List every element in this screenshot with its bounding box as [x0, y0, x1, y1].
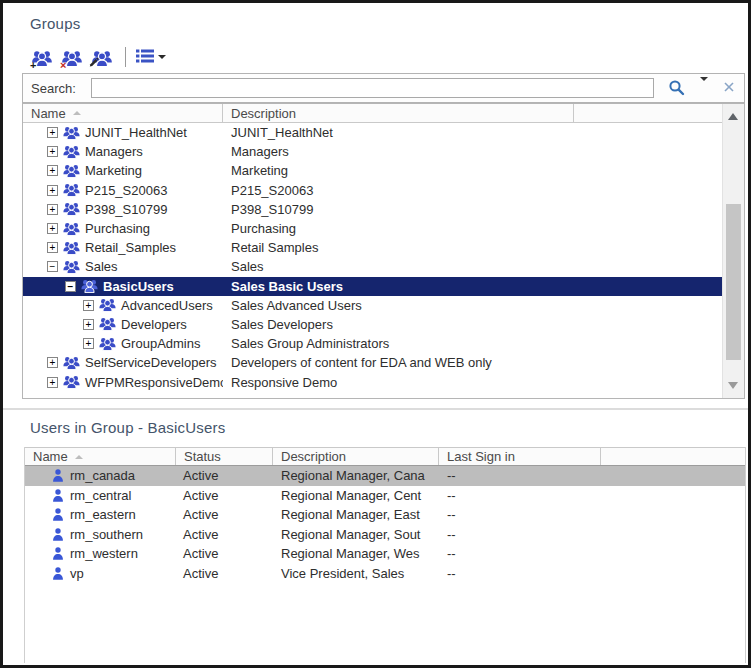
user-description: Vice President, Sales — [273, 564, 439, 584]
clear-search-button[interactable] — [723, 81, 735, 95]
group-description: Developers of content for EDA and WEB on… — [223, 353, 574, 372]
row-filler — [601, 486, 745, 506]
group-row[interactable]: + GroupAdmins Sales Group Administrators — [23, 334, 722, 353]
row-filler — [574, 238, 722, 257]
user-description: Regional Manager, Wes — [273, 544, 439, 564]
new-group-button[interactable]: + — [29, 45, 59, 69]
column-header-name[interactable]: Name — [25, 448, 176, 465]
pencil-icon — [89, 55, 99, 70]
group-row[interactable]: + Purchasing Purchasing — [23, 219, 722, 238]
group-row[interactable]: − BasicUsers Sales Basic Users — [23, 277, 722, 296]
user-status: Active — [176, 466, 273, 486]
expand-collapse-toggle[interactable]: + — [83, 319, 94, 330]
expand-collapse-toggle[interactable]: + — [47, 185, 58, 196]
user-row[interactable]: rm_eastern Active Regional Manager, East… — [25, 505, 745, 525]
group-row[interactable]: + WFPMResponsiveDemo Responsive Demo — [23, 372, 722, 391]
expand-collapse-toggle[interactable]: − — [47, 261, 58, 272]
group-icon — [63, 126, 80, 140]
expand-collapse-toggle[interactable]: + — [47, 242, 58, 253]
group-name: Marketing — [85, 163, 142, 178]
column-header-empty — [574, 104, 722, 122]
row-filler — [574, 315, 722, 334]
search-button[interactable] — [668, 79, 685, 97]
column-header-status[interactable]: Status — [176, 448, 273, 465]
user-description: Regional Manager, Cent — [273, 486, 439, 506]
expand-collapse-toggle[interactable]: + — [47, 204, 58, 215]
list-view-icon — [136, 49, 154, 66]
user-description: Regional Manager, Cana — [273, 466, 439, 486]
scroll-up-icon[interactable] — [728, 113, 738, 120]
row-filler — [601, 525, 745, 545]
expand-collapse-toggle[interactable]: + — [83, 300, 94, 311]
users-section-title: Users in Group - BasicUsers — [30, 419, 225, 436]
expand-collapse-toggle[interactable]: + — [47, 357, 58, 368]
row-filler — [601, 544, 745, 564]
column-header-empty — [601, 448, 745, 465]
column-header-last-sign-in[interactable]: Last Sign in — [439, 448, 601, 465]
group-description: Sales — [223, 257, 574, 276]
groups-toolbar: + × — [29, 44, 168, 70]
group-name: JUNIT_HealthNet — [85, 125, 187, 140]
group-row[interactable]: + P398_S10799 P398_S10799 — [23, 200, 722, 219]
view-options-button[interactable] — [134, 47, 168, 68]
group-row[interactable]: + SelfServiceDevelopers Developers of co… — [23, 353, 722, 372]
column-header-name[interactable]: Name — [23, 104, 223, 122]
expand-collapse-toggle[interactable]: + — [47, 377, 58, 388]
group-icon — [63, 202, 80, 216]
group-icon — [63, 164, 80, 178]
users-table-header: Name Status Description Last Sign in — [25, 447, 745, 466]
row-filler — [574, 257, 722, 276]
group-row[interactable]: + P215_S20063 P215_S20063 — [23, 181, 722, 200]
search-icon — [668, 84, 685, 99]
plus-icon: + — [30, 60, 36, 70]
user-icon — [52, 489, 64, 502]
column-header-description[interactable]: Description — [273, 448, 439, 465]
group-description: JUNIT_HealthNet — [223, 123, 574, 142]
group-row[interactable]: + AdvancedUsers Sales Advanced Users — [23, 296, 722, 315]
expand-collapse-toggle[interactable]: − — [65, 281, 76, 292]
user-status: Active — [176, 564, 273, 584]
group-row[interactable]: + Managers Managers — [23, 142, 722, 161]
group-row[interactable]: + JUNIT_HealthNet JUNIT_HealthNet — [23, 123, 722, 142]
row-filler — [574, 353, 722, 372]
column-label: Name — [33, 449, 68, 464]
user-last-sign-in: -- — [439, 505, 601, 525]
column-header-description[interactable]: Description — [223, 104, 574, 122]
user-name: rm_southern — [70, 527, 143, 542]
scrollbar-thumb[interactable] — [726, 204, 741, 360]
row-filler — [601, 466, 745, 486]
user-name: vp — [70, 566, 84, 581]
expand-collapse-toggle[interactable]: + — [47, 223, 58, 234]
chevron-down-icon — [158, 55, 166, 59]
search-options-button[interactable] — [698, 79, 710, 98]
delete-group-button[interactable]: × — [59, 45, 89, 69]
user-description: Regional Manager, East — [273, 505, 439, 525]
group-row[interactable]: + Retail_Samples Retail Samples — [23, 238, 722, 257]
group-row[interactable]: + Developers Sales Developers — [23, 315, 722, 334]
user-row[interactable]: rm_western Active Regional Manager, Wes … — [25, 544, 745, 564]
expand-collapse-toggle[interactable]: + — [47, 165, 58, 176]
group-row[interactable]: − Sales Sales — [23, 257, 722, 276]
column-label: Description — [231, 106, 296, 121]
scrollbar[interactable] — [722, 104, 744, 398]
group-description: Sales Basic Users — [223, 277, 574, 296]
user-row[interactable]: rm_canada Active Regional Manager, Cana … — [25, 466, 745, 486]
group-description: Retail Samples — [223, 238, 574, 257]
column-label: Name — [31, 106, 66, 121]
scroll-down-icon[interactable] — [728, 382, 738, 389]
group-icon — [63, 356, 80, 370]
group-row[interactable]: + Marketing Marketing — [23, 161, 722, 180]
delete-x-icon: × — [60, 60, 66, 70]
user-row[interactable]: rm_central Active Regional Manager, Cent… — [25, 486, 745, 506]
group-description: P215_S20063 — [223, 181, 574, 200]
expand-collapse-toggle[interactable]: + — [83, 338, 94, 349]
users-table-body: rm_canada Active Regional Manager, Cana … — [25, 466, 745, 583]
row-filler — [574, 142, 722, 161]
edit-group-button[interactable] — [89, 45, 119, 69]
expand-collapse-toggle[interactable]: + — [47, 127, 58, 138]
expand-collapse-toggle[interactable]: + — [47, 146, 58, 157]
column-label: Description — [281, 449, 346, 464]
user-row[interactable]: rm_southern Active Regional Manager, Sou… — [25, 525, 745, 545]
user-row[interactable]: vp Active Vice President, Sales -- — [25, 564, 745, 584]
search-input[interactable] — [91, 78, 654, 98]
